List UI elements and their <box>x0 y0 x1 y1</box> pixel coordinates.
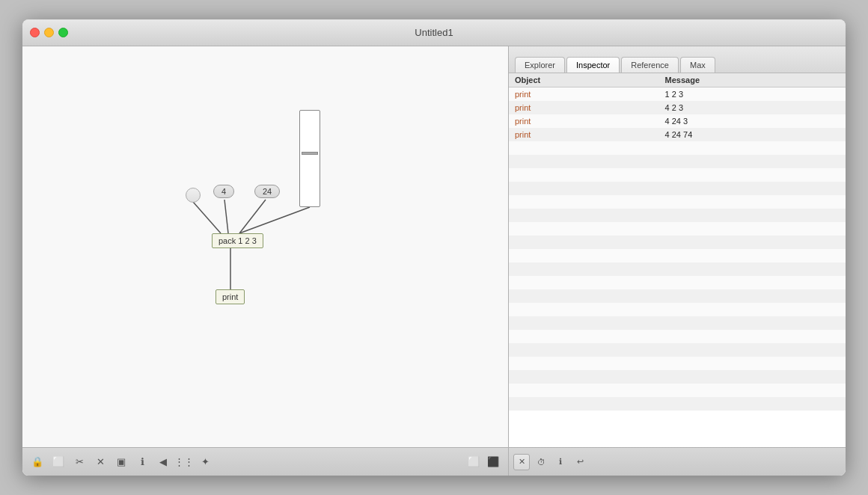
cut-button[interactable]: ✂ <box>70 453 88 471</box>
empty-row <box>509 262 846 276</box>
empty-row <box>509 209 846 222</box>
log-object-cell: print <box>509 114 659 128</box>
num-box-4[interactable]: 4 <box>213 185 234 198</box>
tab-inspector[interactable]: Inspector <box>566 57 620 73</box>
empty-row <box>509 384 846 397</box>
close-button[interactable] <box>30 28 40 37</box>
canvas-toolbar: 🔒 ⬜ ✂ ✕ ▣ ℹ ◀ ⋮⋮ ✦ ⬜ ⬛ <box>22 447 508 476</box>
insp-info-button[interactable]: ℹ <box>552 454 569 470</box>
empty-row <box>509 330 846 343</box>
slider-handle[interactable] <box>302 152 318 155</box>
log-object-cell: print <box>509 101 659 114</box>
empty-row <box>509 303 846 316</box>
log-message-cell: 4 24 74 <box>659 128 846 141</box>
empty-row <box>509 343 846 357</box>
empty-row <box>509 141 846 155</box>
empty-row <box>509 316 846 330</box>
empty-row <box>509 236 846 249</box>
insp-clock-button[interactable]: ⏱ <box>533 454 549 470</box>
pack-node[interactable]: pack 1 2 3 <box>212 233 263 248</box>
empty-row <box>509 168 846 182</box>
table-row: print1 2 3 <box>509 87 846 102</box>
bang-node[interactable] <box>186 188 201 203</box>
insp-close-button[interactable]: ✕ <box>513 454 530 470</box>
wires-svg <box>22 46 508 447</box>
insp-back-button[interactable]: ↩ <box>572 454 588 470</box>
num-box-24[interactable]: 24 <box>254 185 280 198</box>
log-object-cell: print <box>509 128 659 141</box>
empty-row <box>509 182 846 195</box>
empty-row <box>509 357 846 370</box>
empty-row <box>509 397 846 411</box>
inspector-panel: Explorer Inspector Reference Max Object … <box>509 46 846 476</box>
empty-row <box>509 155 846 168</box>
fx-button[interactable]: ✦ <box>196 453 214 471</box>
svg-line-0 <box>239 207 310 233</box>
slider-node[interactable] <box>299 110 320 207</box>
svg-line-3 <box>193 202 221 233</box>
empty-row <box>509 289 846 303</box>
info-button[interactable]: ℹ <box>133 453 151 471</box>
col-message-header: Message <box>659 73 846 87</box>
minimize-button[interactable] <box>44 28 54 37</box>
empty-row <box>509 276 846 289</box>
traffic-lights <box>30 28 68 37</box>
view-toggle: ⬜ ⬛ <box>465 453 502 471</box>
tab-reference[interactable]: Reference <box>621 57 679 73</box>
log-message-cell: 1 2 3 <box>659 87 846 102</box>
main-window: Untitled1 <box>22 19 846 476</box>
copy-button[interactable]: ⬜ <box>49 453 67 471</box>
lock-button[interactable]: 🔒 <box>28 453 46 471</box>
empty-row <box>509 195 846 209</box>
col-object-header: Object <box>509 73 659 87</box>
canvas-panel: 4 24 pack 1 2 3 print 🔒 ⬜ ✂ <box>22 46 509 476</box>
log-object-cell: print <box>509 87 659 102</box>
help-button[interactable]: ◀ <box>154 453 172 471</box>
grid-button[interactable]: ⋮⋮ <box>175 453 193 471</box>
empty-row <box>509 222 846 236</box>
log-message-cell: 4 2 3 <box>659 101 846 114</box>
table-row: print4 2 3 <box>509 101 846 114</box>
inspector-toolbar: ✕ ⏱ ℹ ↩ <box>509 447 846 476</box>
main-area: 4 24 pack 1 2 3 print 🔒 ⬜ ✂ <box>22 46 846 476</box>
print-node[interactable]: print <box>216 289 245 304</box>
svg-line-1 <box>224 200 228 233</box>
empty-row <box>509 370 846 384</box>
log-message-cell: 4 24 3 <box>659 114 846 128</box>
svg-line-2 <box>239 200 266 233</box>
canvas-content[interactable]: 4 24 pack 1 2 3 print <box>22 46 508 447</box>
titlebar: Untitled1 <box>22 19 846 46</box>
inspect-button[interactable]: ▣ <box>112 453 130 471</box>
table-row: print4 24 3 <box>509 114 846 128</box>
inspector-tabs: Explorer Inspector Reference Max <box>509 46 846 73</box>
log-table-inner: Object Message print1 2 3print4 2 3print… <box>509 73 846 411</box>
maximize-button[interactable] <box>58 28 68 37</box>
table-row: print4 24 74 <box>509 128 846 141</box>
presentation-view-button[interactable]: ⬛ <box>484 453 502 471</box>
tab-max[interactable]: Max <box>680 57 715 73</box>
delete-button[interactable]: ✕ <box>91 453 109 471</box>
empty-row <box>509 249 846 262</box>
tab-explorer[interactable]: Explorer <box>515 57 565 73</box>
window-title: Untitled1 <box>415 27 453 38</box>
patcher-view-button[interactable]: ⬜ <box>465 453 483 471</box>
log-table: Object Message print1 2 3print4 2 3print… <box>509 73 846 447</box>
